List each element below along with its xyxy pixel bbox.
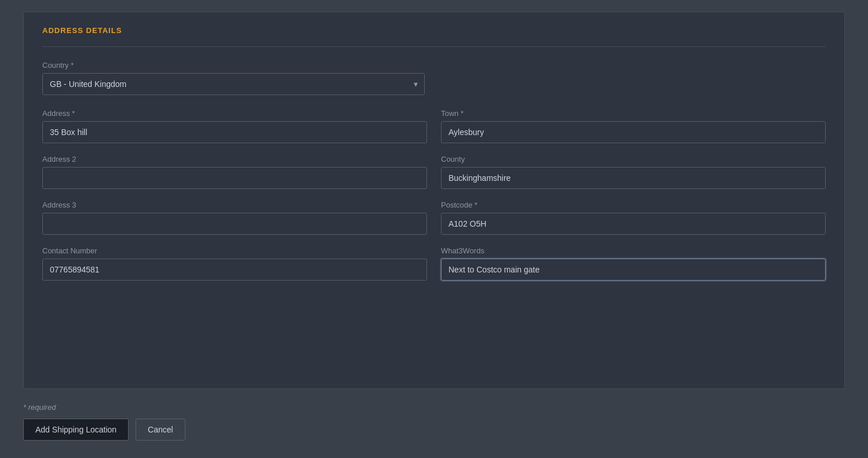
town-input[interactable]	[441, 121, 826, 143]
postcode-label: Postcode *	[441, 201, 826, 209]
county-label: County	[441, 155, 826, 163]
what3words-field-group: What3Words	[441, 246, 826, 281]
address1-label: Address *	[42, 109, 427, 118]
county-field-group: County	[441, 155, 826, 189]
country-select[interactable]: GB - United Kingdom US - United States F…	[42, 73, 425, 95]
country-label: Country *	[42, 61, 826, 70]
divider	[42, 46, 826, 47]
what3words-input[interactable]	[441, 259, 826, 281]
address2-label: Address 2	[42, 155, 427, 163]
left-column: Address * Address 2 Address 3 Contact Nu…	[42, 109, 427, 292]
address3-label: Address 3	[42, 201, 427, 209]
what3words-label: What3Words	[441, 246, 826, 255]
button-row: Add Shipping Location Cancel	[23, 419, 845, 441]
county-input[interactable]	[441, 167, 826, 189]
contact-number-label: Contact Number	[42, 246, 427, 255]
town-field-group: Town *	[441, 109, 826, 143]
address2-input[interactable]	[42, 167, 427, 189]
address-card: ADDRESS DETAILS Country * GB - United Ki…	[23, 12, 845, 389]
postcode-field-group: Postcode *	[441, 201, 826, 235]
address1-field-group: Address *	[42, 109, 427, 143]
country-select-wrapper: GB - United Kingdom US - United States F…	[42, 73, 425, 95]
address3-input[interactable]	[42, 213, 427, 235]
contact-number-input[interactable]	[42, 259, 427, 281]
cancel-button[interactable]: Cancel	[136, 419, 185, 441]
footer: * required Add Shipping Location Cancel	[23, 403, 845, 441]
form-grid: Address * Address 2 Address 3 Contact Nu…	[42, 109, 826, 292]
town-label: Town *	[441, 109, 826, 118]
section-title: ADDRESS DETAILS	[42, 26, 826, 35]
postcode-input[interactable]	[441, 213, 826, 235]
page-wrapper: ADDRESS DETAILS Country * GB - United Ki…	[0, 0, 868, 458]
required-note: * required	[23, 403, 845, 412]
address2-field-group: Address 2	[42, 155, 427, 189]
address3-field-group: Address 3	[42, 201, 427, 235]
address1-input[interactable]	[42, 121, 427, 143]
right-column: Town * County Postcode * What3Words	[441, 109, 826, 292]
add-shipping-location-button[interactable]: Add Shipping Location	[23, 419, 129, 441]
contact-number-field-group: Contact Number	[42, 246, 427, 281]
country-row: Country * GB - United Kingdom US - Unite…	[42, 61, 826, 95]
country-field-group: Country * GB - United Kingdom US - Unite…	[42, 61, 826, 95]
